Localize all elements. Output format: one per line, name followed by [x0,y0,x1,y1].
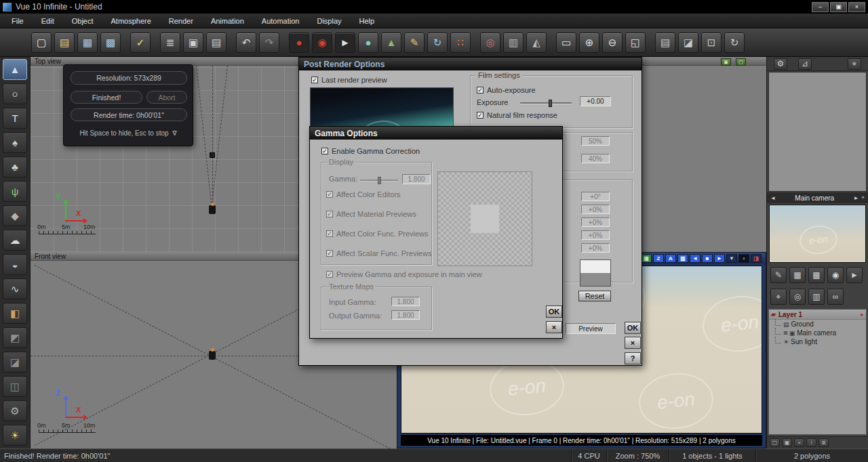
color-options-icon[interactable]: ∷ [450,33,471,53]
duplicate-layer-icon[interactable]: ▣ [782,438,792,447]
create-light-icon[interactable]: ☀ [3,425,27,446]
select-mode-icon[interactable]: ◉ [827,267,844,283]
save-scene-icon[interactable]: ▦ [77,33,98,53]
gamma-ok-button[interactable]: OK [546,306,562,318]
gamma-value-field[interactable]: 1.800 [402,174,431,184]
create-text-icon[interactable]: T [3,108,27,129]
split-view-icon[interactable]: ▥ [503,33,524,53]
camera-prev-arrow[interactable]: ◄ [770,195,776,201]
edit-object-icon[interactable]: ⚙ [774,58,787,70]
exposure-slider-thumb[interactable] [549,100,552,107]
title-bar[interactable]: Vue 10 Infinite - Untitled –▣× [0,0,868,14]
adjustment-field-1[interactable]: +0° [581,192,610,201]
redo-icon[interactable]: ↷ [259,33,279,53]
layer-visibility-icon[interactable]: ● [860,312,863,318]
camera-options-icon[interactable]: ▥ [808,289,825,305]
world-browser-item-ground[interactable]: ▤Ground [769,320,866,329]
post-render-dialog-titlebar[interactable]: Post Render Options [299,58,642,70]
post-render-help-button[interactable]: ? [625,352,641,364]
zoom-page-icon[interactable]: ◱ [625,33,646,53]
exposure-slider[interactable] [520,102,572,104]
reorder-icon[interactable]: ↕ [806,438,816,447]
boolean-intersection-icon[interactable]: ◫ [3,376,27,397]
abort-button[interactable]: Abort [146,91,187,104]
adjustment-field-2[interactable]: +0% [581,205,610,214]
object-rotate-icon[interactable]: ↻ [724,33,745,53]
material-editor-icon[interactable]: ✎ [404,33,425,53]
paste-icon[interactable]: ▤ [206,33,226,53]
create-metablob-icon[interactable]: ◒ [3,254,27,275]
viewport-maximize-icon[interactable]: ▢ [736,58,746,66]
output-gamma-field[interactable]: 1.800 [391,310,420,320]
large-grid-icon[interactable]: ▩ [808,267,825,283]
next-frame-icon[interactable]: ► [714,254,725,263]
adjustment-field-3[interactable]: +0% [581,217,610,227]
move-camera-icon[interactable]: ⌖ [770,289,787,305]
aim-camera-icon[interactable]: ◎ [789,289,806,305]
camera-preview[interactable]: e-on [769,205,866,263]
maximize-button[interactable]: ▣ [830,2,847,12]
update-preview-icon[interactable]: ↻ [427,33,448,53]
create-primitive-icon[interactable]: ◧ [3,303,27,324]
create-plant-icon[interactable]: ψ [3,181,27,202]
menu-animation[interactable]: Animation [202,14,253,28]
close-button[interactable]: × [848,2,865,12]
gamma-slider-thumb[interactable] [378,177,381,184]
zoom-region-icon[interactable]: ▭ [556,33,576,53]
preview-dropdown[interactable]: Preview [566,323,616,334]
render-display-icon[interactable]: ◉ [312,33,332,53]
world-browser-item-main-camera[interactable]: ⊞▣Main camera [769,329,866,337]
percent-field-2[interactable]: 40% [581,154,610,163]
display-menu-icon[interactable]: ▼ [726,254,737,263]
render-animation-icon[interactable]: ► [335,33,355,53]
affect-scalar-func-checkbox[interactable]: ✓ [326,250,333,257]
affect-material-previews-checkbox[interactable]: ✓ [326,211,333,217]
camera-object-glyph[interactable] [209,205,216,214]
menu-atmosphere[interactable]: Atmosphere [102,14,160,28]
preview-gamma-checkbox[interactable]: ✓ [326,271,333,278]
undo-icon[interactable]: ↶ [236,33,256,53]
enable-gamma-checkbox[interactable]: ✓ [321,148,328,154]
stop-icon[interactable]: ■ [702,254,713,263]
gamma-dialog-titlebar[interactable]: Gamma Options [310,127,562,140]
adjustment-field-4[interactable]: +0% [581,230,610,240]
percent-field-1[interactable]: 50% [581,136,610,146]
alpha-channel-icon[interactable]: A [665,254,676,263]
scene-summary-icon[interactable]: ≣ [160,33,180,53]
create-terrain-icon[interactable]: ▲ [3,59,27,80]
create-conifer-icon[interactable]: ♠ [3,132,27,153]
create-rock-icon[interactable]: ◆ [3,205,27,226]
natural-film-response-checkbox[interactable]: ✓ [477,112,484,119]
validate-icon[interactable]: ✓ [130,33,151,53]
film-settings-icon[interactable]: ▤ [655,33,675,53]
create-cloud-icon[interactable]: ☁ [3,230,27,251]
adjustment-field-5[interactable]: +0% [581,243,610,253]
input-gamma-field[interactable]: 1.800 [391,297,420,306]
rgb-channel-icon[interactable]: ▦ [641,254,652,263]
open-scene-icon[interactable]: ▤ [54,33,75,53]
new-layer-icon[interactable]: ▢ [770,438,780,447]
tree-expander-icon[interactable]: ⊞ [783,330,788,336]
camera-select-icon[interactable]: ⌖ [861,194,865,201]
minimize-button[interactable]: – [812,2,829,12]
gamma-close-button[interactable]: × [546,321,562,333]
boolean-union-icon[interactable]: ◩ [3,327,27,348]
z-buffer-icon[interactable]: Z [653,254,664,263]
measure-icon[interactable]: ⊿ [798,58,812,70]
previous-frame-icon[interactable]: ◄ [690,254,701,263]
ground-object-glyph[interactable] [210,152,215,158]
fullscreen-display-icon[interactable]: ⊡ [701,33,722,53]
new-scene-icon[interactable]: ▢ [31,33,52,53]
camera-next-arrow[interactable]: ► [854,195,859,201]
affect-color-func-checkbox[interactable]: ✓ [326,230,333,237]
menu-edit[interactable]: Edit [33,14,63,28]
viewport-restore-icon[interactable]: ▣ [721,58,731,66]
exposure-value-field[interactable]: +0.00 [580,96,611,106]
preview-sphere-icon[interactable]: ● [738,254,749,263]
track-camera-icon[interactable]: ◎ [480,33,500,53]
last-render-preview-checkbox[interactable]: ✓ [311,77,318,83]
camera-object-glyph[interactable] [209,351,216,360]
zoom-in-icon[interactable]: ⊕ [579,33,599,53]
menu-help[interactable]: Help [351,14,384,28]
create-tree-icon[interactable]: ♣ [3,156,27,177]
